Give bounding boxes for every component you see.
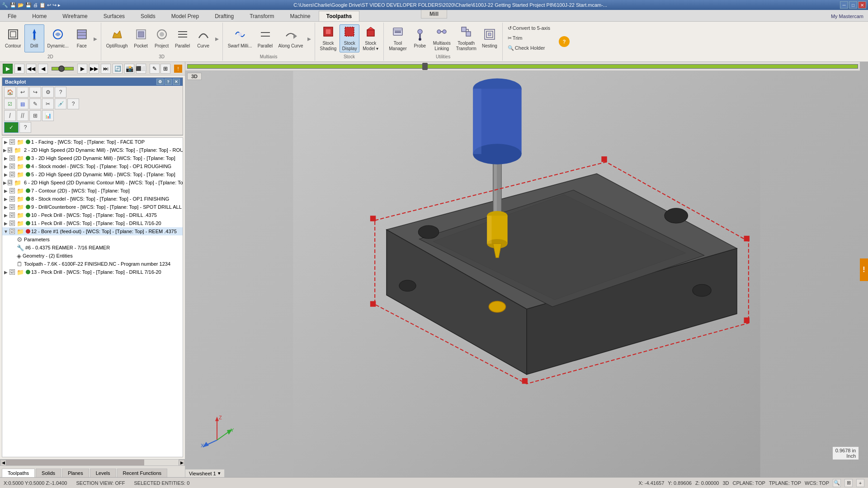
loop-button[interactable]: 🔄 <box>113 64 123 74</box>
fast-forward-button[interactable]: ▶▶ <box>89 64 99 74</box>
edit-icon-btn[interactable]: ✎ <box>150 64 160 74</box>
playback-slider[interactable] <box>52 67 74 70</box>
parallel-button[interactable]: Parallel <box>173 24 193 52</box>
bp-diag2-btn[interactable]: // <box>17 110 28 121</box>
tree-sub-parameters[interactable]: ⚙ Parameters <box>2 235 183 244</box>
skip-end-button[interactable]: ⏭ <box>101 64 111 74</box>
grid-btn[interactable]: ⊞ <box>160 64 170 74</box>
bp-cut-btn[interactable]: ✂ <box>42 99 54 109</box>
tab-drafting[interactable]: Drafting <box>207 11 241 21</box>
stock-model-button[interactable]: StockModel ▾ <box>360 24 381 52</box>
tree-sub-geometry[interactable]: ◈ Geometry - (2) Entities <box>2 252 183 260</box>
stock-shading-button[interactable]: StockShading <box>318 24 339 52</box>
maximize-button[interactable]: □ <box>849 1 857 9</box>
expand-4[interactable]: ▶ <box>3 164 9 169</box>
toolpath-tree[interactable]: ▶ ☑ 📁 1 - Facing - [WCS: Top] - [Tplane:… <box>2 137 183 457</box>
backplot-settings-button[interactable]: ⚙ <box>156 79 164 85</box>
tab-file[interactable]: File <box>0 11 24 21</box>
check-12[interactable]: ☑ <box>9 229 15 234</box>
tree-item-5[interactable]: ▶ ☑ 📁 5 - 2D High Speed (2D Dynamic Mill… <box>2 170 183 178</box>
face-button[interactable]: Face <box>72 24 92 52</box>
help-button[interactable]: ? <box>559 36 570 47</box>
check-2[interactable]: ☑ <box>8 147 12 153</box>
tab-toolpaths[interactable]: Toolpaths <box>2 469 35 477</box>
tree-item-2[interactable]: ▶ ☑ 📁 2 - 2D High Speed (2D Dynamic Mill… <box>2 146 183 154</box>
bp-home-btn[interactable]: 🏠 <box>4 87 16 98</box>
check-3[interactable]: ☑ <box>9 155 15 161</box>
expand-8[interactable]: ▶ <box>3 196 9 202</box>
tree-item-4[interactable]: ▶ ☑ 📁 4 - Stock model - [WCS: Top] - [Tp… <box>2 162 183 170</box>
bp-help2-btn[interactable]: ? <box>67 99 79 109</box>
along-curve-button[interactable]: Along Curve <box>276 24 306 52</box>
warning-button[interactable]: ! <box>174 65 182 73</box>
expand-2[interactable]: ▶ <box>3 147 7 153</box>
backplot-help-button[interactable]: ? <box>165 79 172 85</box>
dynamic-button[interactable]: Dynamic... <box>45 24 71 52</box>
swarf-button[interactable]: Swarf Milli... <box>226 24 255 52</box>
tab-recent-functions[interactable]: Recent Functions <box>117 469 168 477</box>
expand-6[interactable]: ▶ <box>3 180 7 185</box>
compare-button[interactable]: ⬛⬜ <box>136 64 146 74</box>
bp-undo-btn[interactable]: ↩ <box>17 87 28 98</box>
check-6[interactable]: ☑ <box>8 180 12 185</box>
scroll-track[interactable] <box>6 460 179 465</box>
viewsheet-tab[interactable]: Viewsheet 1 ▾ <box>185 469 225 477</box>
multiaxis-linking-button[interactable]: MultiaxisLinking <box>431 24 453 52</box>
zoom-fit-btn[interactable]: ⊞ <box>844 479 853 487</box>
tree-item-7[interactable]: ▶ ☑ 📁 7 - Contour (2D) - [WCS: Top] - [T… <box>2 187 183 195</box>
expand-12[interactable]: ▼ <box>3 229 9 234</box>
check-13[interactable]: ☑ <box>9 269 15 275</box>
check-5[interactable]: ☑ <box>9 172 15 177</box>
right-edge-button[interactable]: ! <box>860 258 868 281</box>
tree-sub-toolpath[interactable]: 🗒 Toolpath - 7.6K - 6100F-22 FINISHED.NC… <box>2 260 183 268</box>
backplot-close-button[interactable]: ✕ <box>173 79 180 85</box>
3d-more-button[interactable]: ▸ <box>214 34 220 43</box>
check-holder-button[interactable]: 🔍 Check Holder <box>505 43 552 52</box>
expand-13[interactable]: ▶ <box>3 269 9 275</box>
scroll-right[interactable]: ▶ <box>179 460 185 466</box>
tab-machine[interactable]: Machine <box>282 11 318 21</box>
viewsheet-dropdown[interactable]: ▾ <box>218 470 221 476</box>
tree-item-3[interactable]: ▶ ☑ 📁 3 - 2D High Speed (2D Dynamic Mill… <box>2 154 183 162</box>
expand-10[interactable]: ▶ <box>3 212 9 218</box>
close-button[interactable]: ✕ <box>858 1 866 9</box>
tree-item-8[interactable]: ▶ ☑ 📁 8 - Stock model - [WCS: Top] - [Tp… <box>2 195 183 203</box>
prev-button[interactable]: ◀◀ <box>26 64 36 74</box>
expand-1[interactable]: ▶ <box>3 139 9 145</box>
bp-confirm-btn[interactable]: ✓ <box>4 122 19 133</box>
tree-item-9[interactable]: ▶ ☑ 📁 9 - Drill/Counterbore - [WCS: Top]… <box>2 203 183 211</box>
trim-button[interactable]: ✂ Trim <box>505 33 552 42</box>
tree-item-12[interactable]: ▼ ☑ 📁 12 - Bore #1 (feed-out) - [WCS: To… <box>2 227 183 235</box>
probe-button[interactable]: Probe <box>410 24 430 52</box>
tab-toolpaths[interactable]: Toolpaths <box>319 11 359 21</box>
check-1[interactable]: ☑ <box>9 139 15 145</box>
expand-9[interactable]: ▶ <box>3 204 9 210</box>
bp-edit-btn[interactable]: ✎ <box>29 99 41 109</box>
bp-color-btn2[interactable]: ▤ <box>17 99 28 109</box>
tab-wireframe[interactable]: Wireframe <box>55 11 95 21</box>
multiaxis-more-button[interactable]: ▸ <box>307 34 312 43</box>
bp-inject-btn[interactable]: 💉 <box>55 99 66 109</box>
pocket-button[interactable]: Pocket <box>131 24 151 52</box>
tree-item-10[interactable]: ▶ ☑ 📁 10 - Peck Drill - [WCS: Top] - [Tp… <box>2 211 183 219</box>
check-11[interactable]: ☑ <box>9 221 15 226</box>
expand-5[interactable]: ▶ <box>3 172 9 177</box>
parallel-ma-button[interactable]: Parallel <box>255 24 275 52</box>
2d-more-button[interactable]: ▸ <box>93 34 98 43</box>
tab-transform[interactable]: Transform <box>242 11 282 21</box>
my-mastercam-link[interactable]: My Mastercam <box>831 14 863 19</box>
nesting-button[interactable]: Nesting <box>480 24 500 52</box>
expand-3[interactable]: ▶ <box>3 155 9 161</box>
forward-button[interactable]: ▶ <box>77 64 87 74</box>
progress-knob[interactable] <box>422 63 428 70</box>
scroll-thumb[interactable] <box>6 460 144 465</box>
check-7[interactable]: ☑ <box>9 188 15 193</box>
playback-knob[interactable] <box>58 66 65 72</box>
tree-item-1[interactable]: ▶ ☑ 📁 1 - Facing - [WCS: Top] - [Tplane:… <box>2 138 183 146</box>
zoom-in-btn[interactable]: + <box>856 479 864 487</box>
check-9[interactable]: ☑ <box>9 204 15 210</box>
stop-button[interactable]: ⏹ <box>14 64 24 74</box>
tab-planes[interactable]: Planes <box>62 469 89 477</box>
bp-chart-btn[interactable]: 📊 <box>42 110 54 121</box>
check-8[interactable]: ☑ <box>9 196 15 202</box>
